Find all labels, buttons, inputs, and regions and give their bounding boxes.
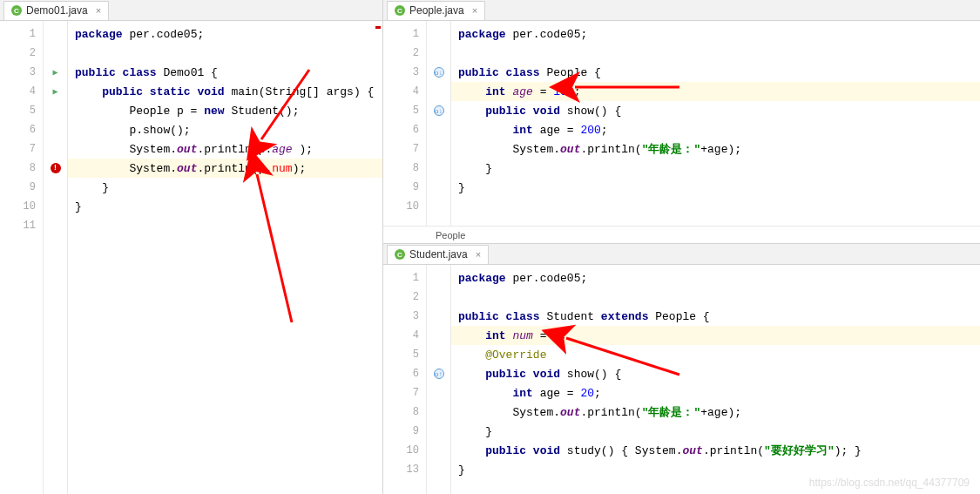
code-line[interactable]: } <box>451 178 980 197</box>
line-number[interactable]: 4 <box>383 326 426 345</box>
code-line[interactable]: public void show() { <box>451 101 980 120</box>
line-number[interactable]: 10 <box>0 197 43 216</box>
code-line[interactable]: package per.code05; <box>451 268 980 288</box>
breadcrumb[interactable]: People <box>383 226 980 243</box>
gutter-mark-cell <box>427 403 450 422</box>
code-line[interactable]: System.out.println("年龄是："+age); <box>451 403 980 422</box>
tab-student[interactable]: C Student.java × <box>387 245 489 264</box>
code-line[interactable] <box>451 44 980 63</box>
code-line[interactable]: public class Demo01 { <box>68 63 382 82</box>
gutter-mark-cell <box>427 197 450 216</box>
right-pane: C People.java × 12345678910o↓o↓package p… <box>383 0 980 494</box>
line-number[interactable]: 2 <box>383 44 426 63</box>
code-line[interactable] <box>451 197 980 216</box>
line-number[interactable]: 3 <box>383 63 426 82</box>
code-line[interactable]: public class Student extends People { <box>451 307 980 326</box>
editor-student[interactable]: 1234567891013o↑package per.code05;public… <box>383 265 980 494</box>
gutter-mark-cell <box>427 441 450 460</box>
run-icon[interactable]: ▶ <box>52 67 57 78</box>
code-token: } <box>75 200 82 213</box>
editor-people[interactable]: 12345678910o↓o↓package per.code05;public… <box>383 21 980 226</box>
line-number[interactable]: 5 <box>383 101 426 120</box>
code-line[interactable]: int age = 100; <box>451 82 980 101</box>
code-line[interactable]: package per.code05; <box>451 24 980 44</box>
error-icon[interactable]: ! <box>51 163 61 173</box>
code-line[interactable]: public static void main(String[] args) { <box>68 82 382 101</box>
line-number[interactable]: 4 <box>383 82 426 101</box>
code-token: 200 <box>580 124 600 137</box>
editor-demo01[interactable]: 1234567891011▶▶!package per.code05;publi… <box>0 21 382 494</box>
line-number[interactable]: 7 <box>383 139 426 159</box>
close-icon[interactable]: × <box>96 5 101 16</box>
line-number[interactable]: 5 <box>0 101 43 120</box>
gutter-mark-cell <box>44 24 67 44</box>
code-line[interactable]: public void study() { System.out.println… <box>451 441 980 460</box>
gutter-mark-cell: o↓ <box>427 63 450 82</box>
code-line[interactable] <box>451 288 980 307</box>
code-token: = <box>533 85 553 98</box>
code-line[interactable]: int num = 6; <box>451 326 980 345</box>
code-line[interactable] <box>68 216 382 235</box>
line-number[interactable]: 7 <box>383 383 426 403</box>
code-line[interactable] <box>68 44 382 63</box>
code-line[interactable]: System.out.println(p.age ); <box>68 139 382 159</box>
overrides-icon[interactable]: o↑ <box>434 369 444 379</box>
line-number[interactable]: 9 <box>383 422 426 441</box>
line-number[interactable]: 5 <box>383 345 426 364</box>
java-class-icon: C <box>11 5 22 16</box>
code-line[interactable]: People p = new Student(); <box>68 101 382 120</box>
run-icon[interactable]: ▶ <box>52 86 57 97</box>
close-icon[interactable]: × <box>472 5 477 16</box>
line-number[interactable]: 6 <box>0 120 43 139</box>
line-number[interactable]: 9 <box>0 178 43 197</box>
code-line[interactable]: } <box>451 422 980 441</box>
tab-people[interactable]: C People.java × <box>387 1 485 20</box>
line-number[interactable]: 1 <box>0 24 43 44</box>
line-number[interactable]: 10 <box>383 197 426 216</box>
line-number[interactable]: 8 <box>383 403 426 422</box>
gutter-mark-cell <box>44 178 67 197</box>
overridden-icon[interactable]: o↓ <box>434 67 444 78</box>
code-line[interactable]: p.show(); <box>68 120 382 139</box>
line-number[interactable]: 9 <box>383 178 426 197</box>
line-number[interactable]: 3 <box>383 307 426 326</box>
watermark: https://blog.csdn.net/qq_44377709 <box>809 477 970 489</box>
line-number[interactable]: 6 <box>383 120 426 139</box>
gutter-mark-cell <box>427 288 450 307</box>
line-number[interactable]: 2 <box>383 288 426 307</box>
code-token: per.code05; <box>512 272 587 285</box>
code-token <box>75 85 102 98</box>
line-number[interactable]: 1 <box>383 24 426 44</box>
code-line[interactable]: public void show() { <box>451 364 980 383</box>
line-number[interactable]: 13 <box>383 460 426 479</box>
line-number[interactable]: 1 <box>383 268 426 288</box>
line-number[interactable]: 8 <box>0 159 43 178</box>
code-token: People { <box>655 310 709 323</box>
line-number[interactable]: 11 <box>0 216 43 235</box>
code-token: per.code05; <box>129 28 204 41</box>
code-line[interactable]: } <box>68 197 382 216</box>
code-line[interactable]: public class People { <box>451 63 980 82</box>
code-line[interactable]: } <box>68 178 382 197</box>
line-number[interactable]: 6 <box>383 364 426 383</box>
code-token: System. <box>75 143 177 156</box>
right-bottom-editor-pane: C Student.java × 1234567891013o↑package … <box>383 244 980 494</box>
code-line[interactable]: } <box>451 159 980 178</box>
gutter-mark-cell <box>427 139 450 159</box>
line-number[interactable]: 7 <box>0 139 43 159</box>
code-line[interactable]: @Override <box>451 345 980 364</box>
line-number[interactable]: 3 <box>0 63 43 82</box>
line-number[interactable]: 10 <box>383 441 426 460</box>
code-token: .println( <box>703 444 764 457</box>
code-line[interactable]: package per.code05; <box>68 24 382 44</box>
line-number[interactable]: 4 <box>0 82 43 101</box>
code-line[interactable]: int age = 200; <box>451 120 980 139</box>
code-line[interactable]: System.out.println("年龄是："+age); <box>451 139 980 159</box>
code-line[interactable]: int age = 20; <box>451 383 980 403</box>
tab-demo01[interactable]: C Demo01.java × <box>3 1 109 20</box>
code-line[interactable]: System.out.println(p.num); <box>68 159 382 178</box>
close-icon[interactable]: × <box>476 249 481 260</box>
line-number[interactable]: 2 <box>0 44 43 63</box>
line-number[interactable]: 8 <box>383 159 426 178</box>
overridden-icon[interactable]: o↓ <box>434 105 444 116</box>
